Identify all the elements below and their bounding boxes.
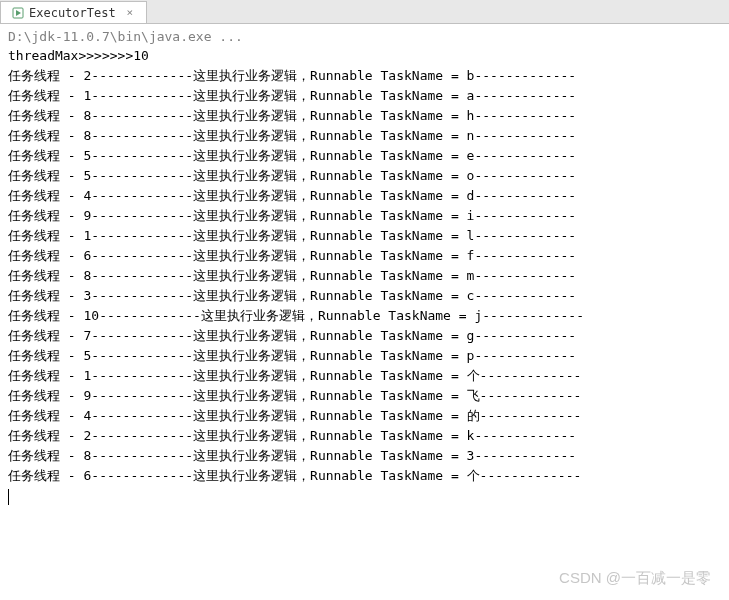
output-line: 任务线程 - 1-------------这里执行业务逻辑，Runnable T… (8, 366, 721, 386)
output-line: 任务线程 - 5-------------这里执行业务逻辑，Runnable T… (8, 346, 721, 366)
svg-marker-1 (16, 10, 21, 16)
output-line: 任务线程 - 5-------------这里执行业务逻辑，Runnable T… (8, 166, 721, 186)
header-output: threadMax>>>>>>>10 (8, 46, 721, 66)
output-line: 任务线程 - 6-------------这里执行业务逻辑，Runnable T… (8, 466, 721, 486)
output-line: 任务线程 - 1-------------这里执行业务逻辑，Runnable T… (8, 86, 721, 106)
cursor (8, 489, 9, 505)
output-line: 任务线程 - 9-------------这里执行业务逻辑，Runnable T… (8, 386, 721, 406)
output-line: 任务线程 - 5-------------这里执行业务逻辑，Runnable T… (8, 146, 721, 166)
tab-title: ExecutorTest (29, 6, 116, 20)
tab-bar: ExecutorTest × (0, 0, 729, 24)
output-line: 任务线程 - 2-------------这里执行业务逻辑，Runnable T… (8, 66, 721, 86)
output-line: 任务线程 - 6-------------这里执行业务逻辑，Runnable T… (8, 246, 721, 266)
output-line: 任务线程 - 8-------------这里执行业务逻辑，Runnable T… (8, 446, 721, 466)
command-line: D:\jdk-11.0.7\bin\java.exe ... (8, 29, 721, 44)
output-line: 任务线程 - 3-------------这里执行业务逻辑，Runnable T… (8, 286, 721, 306)
output-line: 任务线程 - 8-------------这里执行业务逻辑，Runnable T… (8, 126, 721, 146)
output-line: 任务线程 - 1-------------这里执行业务逻辑，Runnable T… (8, 226, 721, 246)
output-line: 任务线程 - 10-------------这里执行业务逻辑，Runnable … (8, 306, 721, 326)
cursor-line (8, 486, 721, 506)
output-line: 任务线程 - 9-------------这里执行业务逻辑，Runnable T… (8, 206, 721, 226)
tab-executor-test[interactable]: ExecutorTest × (0, 1, 147, 23)
output-line: 任务线程 - 8-------------这里执行业务逻辑，Runnable T… (8, 106, 721, 126)
output-lines-container: 任务线程 - 2-------------这里执行业务逻辑，Runnable T… (8, 66, 721, 486)
output-line: 任务线程 - 8-------------这里执行业务逻辑，Runnable T… (8, 266, 721, 286)
close-icon[interactable]: × (124, 7, 136, 19)
run-icon (11, 6, 25, 20)
output-line: 任务线程 - 7-------------这里执行业务逻辑，Runnable T… (8, 326, 721, 346)
output-line: 任务线程 - 4-------------这里执行业务逻辑，Runnable T… (8, 406, 721, 426)
output-line: 任务线程 - 2-------------这里执行业务逻辑，Runnable T… (8, 426, 721, 446)
output-line: 任务线程 - 4-------------这里执行业务逻辑，Runnable T… (8, 186, 721, 206)
console-output: D:\jdk-11.0.7\bin\java.exe ... threadMax… (0, 24, 729, 600)
